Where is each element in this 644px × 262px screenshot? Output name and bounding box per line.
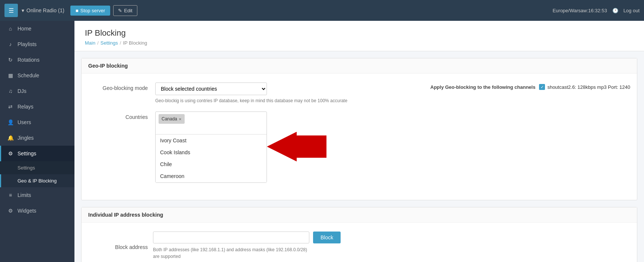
- countries-search-input[interactable]: [156, 125, 267, 134]
- sidebar-item-relays[interactable]: ⇄ Relays: [0, 99, 74, 114]
- dropdown-item-cook-islands[interactable]: Cook Islands: [156, 146, 267, 158]
- main-content: IP Blocking Main / Settings / IP Blockin…: [74, 21, 644, 262]
- block-button[interactable]: Block: [313, 232, 341, 243]
- edit-icon: ✎: [118, 8, 122, 13]
- geo-mode-label: Geo-blocking mode: [88, 83, 148, 91]
- sidebar-toggle-button[interactable]: ☰: [4, 4, 18, 17]
- sidebar-item-label: Rotations: [17, 57, 39, 63]
- rotations-icon: ↻: [7, 57, 14, 63]
- breadcrumb-sep: /: [97, 40, 99, 46]
- red-arrow: [267, 132, 326, 163]
- ip-help-text: Both IP addresses (like 192.168.1.1) and…: [153, 246, 341, 260]
- channel-name: shoutcast2.6: 128kbps mp3 Port: 1240: [547, 84, 630, 90]
- breadcrumb: Main / Settings / IP Blocking: [85, 40, 634, 46]
- sidebar-item-label: Settings: [17, 151, 36, 156]
- users-icon: 👤: [7, 119, 14, 125]
- countries-tags: Canada ×: [156, 112, 267, 125]
- channel-checkbox[interactable]: ✓: [539, 84, 545, 90]
- tag-remove-icon[interactable]: ×: [179, 117, 182, 122]
- block-address-control: Block Both IP addresses (like 192.168.1.…: [153, 232, 341, 260]
- breadcrumb-sep2: /: [120, 40, 121, 46]
- datetime-label: Europe/Warsaw:16:32:53: [552, 8, 607, 13]
- page-header: IP Blocking Main / Settings / IP Blockin…: [74, 21, 644, 51]
- sidebar-item-widgets[interactable]: ⚙ Widgets: [0, 203, 74, 219]
- dropdown-item-chile[interactable]: Chile: [156, 158, 267, 170]
- djs-icon: ♫: [7, 88, 14, 94]
- sidebar-item-label: Jingles: [17, 135, 34, 141]
- sidebar-item-jingles[interactable]: 🔔 Jingles: [0, 130, 74, 146]
- limits-icon: ≡: [7, 192, 14, 198]
- sidebar-sub-item-geo-ip-blocking[interactable]: Geo & IP Blocking: [0, 174, 74, 187]
- clock-icon: 🕐: [612, 8, 618, 13]
- sidebar-item-limits[interactable]: ≡ Limits: [0, 187, 74, 203]
- ip-blocking-section-header: Individual IP address blocking: [82, 207, 637, 223]
- edit-button[interactable]: ✎ Edit: [113, 5, 137, 16]
- sidebar-item-label: Widgets: [17, 208, 36, 214]
- sidebar-item-rotations[interactable]: ↻ Rotations: [0, 52, 74, 68]
- breadcrumb-current: IP Blocking: [123, 40, 147, 46]
- geo-mode-control: Disabled Block selected countries Allow …: [155, 83, 630, 104]
- radio-label: ▾ Online Radio (1): [22, 7, 64, 13]
- topbar-right: Europe/Warsaw:16:32:53 🕐 Log out: [552, 8, 640, 13]
- geo-row: Disabled Block selected countries Allow …: [155, 83, 630, 104]
- sidebar-sub-item-settings[interactable]: Settings: [0, 161, 74, 174]
- country-tag-canada: Canada ×: [159, 114, 185, 124]
- sidebar-item-playlists[interactable]: ♪ Playlists: [0, 36, 74, 52]
- geo-help-text: Geo-blockig is using contries IP databas…: [155, 97, 415, 104]
- jingles-icon: 🔔: [7, 135, 14, 141]
- geo-apply-channels: Apply Geo-blocking to the following chan…: [430, 83, 630, 90]
- geo-left: Disabled Block selected countries Allow …: [155, 83, 415, 104]
- stop-server-button[interactable]: ■ Stop server: [70, 6, 110, 16]
- countries-wrapper: Canada × Ivory Coast Cook Islands Chile: [155, 111, 267, 183]
- countries-container[interactable]: Canada × Ivory Coast Cook Islands Chile: [155, 111, 267, 183]
- breadcrumb-main[interactable]: Main: [85, 40, 95, 46]
- countries-dropdown: Ivory Coast Cook Islands Chile Cameroon …: [156, 134, 267, 182]
- sidebar-item-label: Relays: [17, 104, 34, 110]
- dropdown-item-cameroon[interactable]: Cameroon: [156, 170, 267, 182]
- widgets-icon: ⚙: [7, 208, 14, 214]
- schedule-icon: ▦: [7, 72, 14, 78]
- sidebar-item-users[interactable]: 👤 Users: [0, 114, 74, 130]
- topbar: ☰ ▾ Online Radio (1) ■ Stop server ✎ Edi…: [0, 0, 644, 21]
- red-arrow-svg: [267, 132, 326, 162]
- settings-icon: ⚙: [7, 151, 14, 156]
- dropdown-item-ivory-coast[interactable]: Ivory Coast: [156, 135, 267, 146]
- stop-icon: ■: [76, 8, 79, 13]
- geo-ip-section-header: Geo-IP blocking: [82, 58, 637, 74]
- layout: ⌂ Home ♪ Playlists ↻ Rotations ▦ Schedul…: [0, 21, 644, 262]
- sidebar-submenu-settings: Settings Geo & IP Blocking: [0, 161, 74, 187]
- apply-label: Apply Geo-blocking to the following chan…: [430, 84, 535, 90]
- geo-mode-select[interactable]: Disabled Block selected countries Allow …: [155, 83, 267, 95]
- block-address-label: Block address: [88, 242, 148, 250]
- dropdown-item-china[interactable]: China: [156, 182, 267, 182]
- geo-ip-section: Geo-IP blocking Geo-blocking mode Disabl…: [81, 58, 637, 200]
- sidebar-item-label: Limits: [17, 192, 31, 198]
- countries-row: Countries Canada ×: [88, 111, 630, 184]
- logout-link[interactable]: Log out: [624, 8, 640, 13]
- dropdown-arrow-icon: ▾: [22, 7, 24, 13]
- countries-label: Countries: [88, 111, 148, 120]
- home-icon: ⌂: [7, 26, 14, 32]
- sidebar-item-djs[interactable]: ♫ DJs: [0, 83, 74, 99]
- tag-label: Canada: [162, 116, 177, 122]
- sidebar-item-label: Home: [17, 26, 31, 32]
- sidebar-item-label: Schedule: [17, 72, 39, 78]
- relays-icon: ⇄: [7, 104, 14, 110]
- sidebar-item-home[interactable]: ⌂ Home: [0, 21, 74, 36]
- playlists-icon: ♪: [7, 41, 14, 47]
- sidebar: ⌂ Home ♪ Playlists ↻ Rotations ▦ Schedul…: [0, 21, 74, 262]
- page-title: IP Blocking: [85, 28, 634, 38]
- hamburger-icon: ☰: [9, 7, 14, 14]
- sidebar-item-label: DJs: [17, 88, 26, 94]
- svg-marker-0: [267, 132, 326, 162]
- block-address-input[interactable]: [153, 232, 309, 243]
- sidebar-item-schedule[interactable]: ▦ Schedule: [0, 68, 74, 83]
- sidebar-item-settings[interactable]: ⚙ Settings: [0, 146, 74, 161]
- geo-mode-row: Geo-blocking mode Disabled Block selecte…: [88, 83, 630, 104]
- countries-control: Canada × Ivory Coast Cook Islands Chile: [155, 111, 630, 184]
- sidebar-item-label: Playlists: [17, 41, 36, 47]
- channel-checkbox-label[interactable]: ✓ shoutcast2.6: 128kbps mp3 Port: 1240: [539, 84, 630, 90]
- breadcrumb-settings[interactable]: Settings: [101, 40, 118, 46]
- ip-blocking-section-body: Block address Block Both IP addresses (l…: [82, 223, 637, 262]
- ip-blocking-section: Individual IP address blocking Block add…: [81, 207, 637, 262]
